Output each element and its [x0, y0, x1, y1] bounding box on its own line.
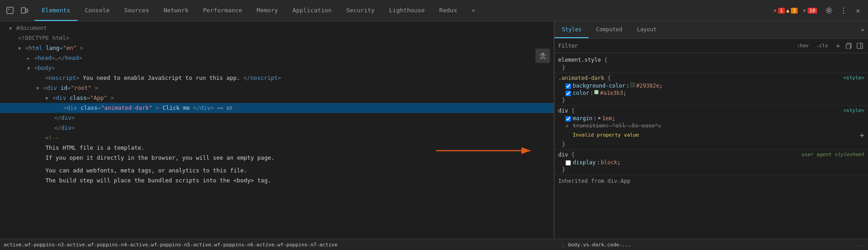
error-badge[interactable]: ✕ 1 ▲ 3	[774, 7, 798, 14]
status-right: body.vs-dark.code‑...	[568, 242, 852, 248]
tab-lighthouse[interactable]: Lighthouse	[382, 0, 432, 21]
style-source-div[interactable]: <style>	[843, 108, 864, 114]
tree-line[interactable]: ▼ #document	[0, 23, 554, 33]
tab-performance[interactable]: Performance	[196, 0, 249, 21]
devtools-tab-bar: Elements Console Sources Network Perform…	[0, 0, 868, 21]
accessibility-icon[interactable]	[536, 49, 550, 63]
tab-computed[interactable]: Computed	[589, 21, 630, 38]
semicolon: ;	[612, 115, 615, 122]
html-panel: ▼ #document <!DOCTYPE html> ▼ <html lang…	[0, 21, 554, 239]
prop-checkbox-bg[interactable]	[565, 83, 571, 89]
tab-security[interactable]: Security	[339, 0, 382, 21]
tag-open: <	[25, 44, 29, 51]
expand-arrow[interactable]: ▶	[599, 115, 601, 120]
copy-style-icon[interactable]	[844, 41, 853, 50]
tab-layout[interactable]: Layout	[630, 21, 664, 38]
prop-transition-strikethrough: transition: "all .5s ease";	[573, 123, 661, 129]
top-bar-right: ✕ 1 ▲ 3 ✕ 10 ⋮ ✕	[770, 4, 868, 17]
tab-more-styles[interactable]: »	[857, 21, 868, 38]
tab-memory[interactable]: Memory	[249, 0, 285, 21]
tab-application[interactable]: Application	[285, 0, 339, 21]
prop-name-bg: background-color	[573, 83, 625, 89]
style-selector: element.style {	[558, 57, 864, 63]
tab-more[interactable]: »	[464, 0, 482, 21]
tab-redux[interactable]: Redux	[432, 0, 464, 21]
color-swatch-color[interactable]	[594, 90, 599, 94]
svg-rect-1	[21, 8, 25, 13]
tab-styles[interactable]: Styles	[555, 21, 589, 38]
tree-line-text1[interactable]: This HTML file is a template.	[0, 143, 554, 153]
toolbar-icons	[0, 4, 35, 17]
colon: :	[593, 115, 596, 122]
tag-close: >	[80, 44, 84, 51]
prop-checkbox-color[interactable]	[565, 91, 571, 96]
tree-line-text4[interactable]: The build step will place the bundled sc…	[0, 176, 554, 186]
style-selector-animated: .animated-dark { <style>	[558, 75, 864, 81]
device-toggle-icon[interactable]	[18, 4, 31, 17]
warning-count: 3	[791, 8, 798, 14]
error-count-2: 10	[808, 8, 817, 14]
cls-button[interactable]: .cls	[814, 42, 830, 49]
tree-line-text2[interactable]: If you open it directly in the browser, …	[0, 153, 554, 163]
inherited-label: Inherited from div.App	[555, 175, 868, 187]
style-source-link[interactable]: <style>	[843, 75, 864, 81]
color-swatch-bg[interactable]	[630, 83, 635, 87]
attr-name: lang	[46, 44, 60, 51]
tree-line-head[interactable]: ► <head>…</head>	[0, 53, 554, 63]
status-ellipsis: ...	[855, 242, 864, 248]
tab-network[interactable]: Network	[156, 0, 196, 21]
filter-input[interactable]	[581, 43, 791, 49]
style-block-animated-dark: .animated-dark { <style> background-colo…	[555, 73, 868, 106]
user-agent-label: user agent stylesheet	[801, 152, 864, 158]
prop-name-color: color	[573, 90, 589, 96]
colon: :	[590, 90, 593, 96]
tree-line-body[interactable]: ▼ <body>	[0, 63, 554, 73]
invalid-warning-text: Invalid property value	[573, 132, 639, 138]
style-selector-useragent: div { user agent stylesheet	[558, 152, 864, 158]
style-block-div: div { <style> margin : ▶ 1em ; ⚠ transit…	[555, 106, 868, 150]
invalid-warning: Invalid property value +	[558, 129, 864, 141]
semicolon: ;	[623, 90, 626, 96]
prop-value-color: #a1e3b3	[600, 90, 623, 96]
tree-line-noscript[interactable]: <noscript> You need to enable JavaScript…	[0, 73, 554, 83]
expand-triangle: ▼	[9, 26, 12, 31]
prop-checkbox-display[interactable]	[565, 160, 571, 166]
prop-value-display: block	[601, 159, 617, 166]
svg-point-4	[542, 53, 544, 54]
tree-line-doctype[interactable]: <!DOCTYPE html>	[0, 33, 554, 43]
add-style-icon[interactable]: +	[833, 41, 843, 50]
tree-line-app[interactable]: ▼ <div class="App" >	[0, 93, 554, 103]
filter-bar: Filter :hov .cls +	[555, 39, 868, 53]
hov-button[interactable]: :hov	[795, 42, 811, 49]
warn-triangle-icon: ⚠	[565, 123, 571, 128]
tree-line-close-root[interactable]: </div>	[0, 123, 554, 133]
styles-tabs: Styles Computed Layout »	[555, 21, 868, 39]
tree-line-close-app[interactable]: </div>	[0, 113, 554, 123]
error-badge-2[interactable]: ✕ 10	[803, 7, 817, 14]
inspect-icon[interactable]	[4, 4, 16, 17]
tab-console[interactable]: Console	[78, 0, 117, 21]
colon: :	[626, 83, 630, 89]
tag-punct: #document	[16, 25, 47, 31]
close-brace: }	[558, 64, 864, 71]
close-brace: }	[558, 97, 864, 103]
add-property-btn[interactable]: +	[859, 130, 864, 140]
prop-value-bg: #29382e	[636, 83, 660, 89]
svg-rect-2	[26, 9, 28, 12]
tree-line-comment[interactable]: <!--	[0, 133, 554, 143]
more-options-icon[interactable]: ⋮	[837, 4, 850, 17]
tree-line-root[interactable]: ▼ <div id="root" >	[0, 83, 554, 93]
colon: :	[597, 159, 600, 166]
tab-sources[interactable]: Sources	[117, 0, 156, 21]
tree-line-html[interactable]: ▼ <html lang="en" >	[0, 43, 554, 53]
collapse-triangle: ►	[27, 56, 30, 61]
tree-line-text3[interactable]: You can add webfonts, meta tags, or anal…	[0, 166, 554, 176]
prop-checkbox-margin[interactable]	[565, 116, 571, 122]
close-icon[interactable]: ✕	[852, 4, 864, 17]
tab-elements[interactable]: Elements	[35, 0, 78, 21]
tree-line-animated-dark[interactable]: <div class="animated-dark" > Click me </…	[0, 103, 554, 113]
status-bar: active.wf-poppins-n3-active.wf-poppins-n…	[0, 239, 868, 250]
error-x-icon-2: ✕	[803, 7, 806, 14]
toggle-sidebar-icon[interactable]	[855, 41, 864, 50]
settings-gear-icon[interactable]	[823, 4, 835, 17]
